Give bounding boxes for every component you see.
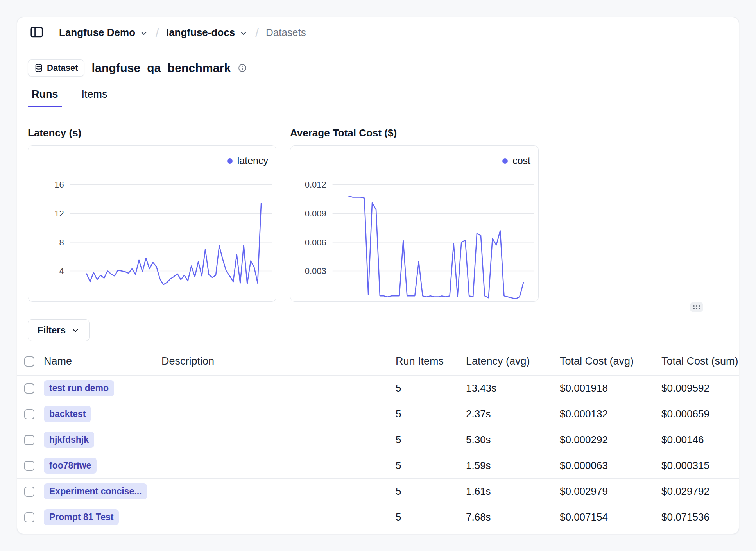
svg-text:0.009: 0.009 (305, 209, 326, 218)
total-cost-avg-cell: $0.001918 (557, 376, 658, 401)
run-items-cell (392, 530, 463, 534)
run-items-cell: 5 (392, 504, 463, 530)
table-row: hjkfdshjk 5 5.30s $0.000292 $0.00146 (17, 427, 739, 453)
total-cost-sum-cell: $0.071536 (658, 504, 739, 530)
chevron-down-icon (239, 29, 248, 38)
table-header-row: Name Description Run Items Latency (avg)… (17, 347, 739, 376)
total-cost-sum-cell: $0.000315 (658, 453, 739, 478)
svg-text:8: 8 (59, 238, 64, 247)
legend-label: latency (237, 155, 268, 166)
run-name-badge[interactable]: hjkfdshjk (44, 432, 94, 448)
table-row: foo78riwe 5 1.59s $0.000063 $0.000315 (17, 453, 739, 479)
row-checkbox[interactable] (24, 409, 34, 419)
svg-text:0.003: 0.003 (305, 266, 326, 276)
drag-handle-icon[interactable] (690, 302, 703, 312)
legend-dot-icon (502, 158, 508, 164)
total-cost-sum-cell: $0.029792 (658, 479, 739, 504)
chart-title: Latency (s) (28, 127, 276, 139)
latency-avg-cell: 13.43s (463, 376, 557, 401)
run-items-cell: 5 (392, 479, 463, 504)
total-cost-avg-cell: $0.000132 (557, 401, 658, 427)
row-checkbox[interactable] (24, 487, 34, 497)
svg-text:16: 16 (54, 180, 64, 190)
page-head: Dataset langfuse_qa_benchmark Runs Items (17, 59, 739, 107)
cost-chart-block: Average Total Cost ($) 0.0030.0060.0090.… (290, 127, 539, 302)
svg-text:0.012: 0.012 (305, 180, 326, 190)
cost-line-plot: 0.0030.0060.0090.012 (290, 146, 538, 301)
info-icon[interactable] (238, 63, 247, 73)
description-cell (158, 376, 392, 401)
select-all-checkbox[interactable] (24, 356, 34, 367)
table-row-partial (17, 530, 739, 534)
breadcrumb-separator: / (156, 25, 159, 40)
row-checkbox[interactable] (24, 435, 34, 445)
breadcrumb-project-label: langfuse-docs (166, 27, 235, 39)
table-row: Experiment concise... 5 1.61s $0.002979 … (17, 479, 739, 504)
filters-row: Filters (17, 319, 739, 341)
run-name-badge[interactable]: Experiment concise... (44, 483, 147, 499)
breadcrumb-org-button[interactable]: Langfuse Demo (59, 27, 149, 39)
total-cost-sum-cell (658, 530, 739, 534)
filters-button-label: Filters (38, 325, 66, 336)
column-header-name: Name (41, 347, 158, 375)
chart-legend: cost (502, 155, 530, 166)
total-cost-avg-cell: $0.000292 (557, 427, 658, 453)
table-row: backtest 5 2.37s $0.000132 $0.000659 (17, 401, 739, 427)
run-name-badge[interactable]: backtest (44, 406, 91, 422)
breadcrumb-project-button[interactable]: langfuse-docs (166, 27, 248, 39)
row-checkbox[interactable] (24, 383, 34, 394)
dataset-type-badge: Dataset (28, 59, 84, 77)
run-items-cell: 5 (392, 427, 463, 453)
latency-avg-cell: 2.37s (463, 401, 557, 427)
run-name-badge[interactable]: test run demo (44, 380, 114, 396)
run-name-badge[interactable]: foo78riwe (44, 458, 97, 474)
description-cell (158, 479, 392, 504)
total-cost-avg-cell: $0.002979 (557, 479, 658, 504)
breadcrumb-datasets-link[interactable]: Datasets (266, 27, 306, 39)
svg-text:12: 12 (54, 209, 64, 218)
description-cell (158, 401, 392, 427)
row-checkbox[interactable] (24, 512, 34, 522)
description-cell (158, 530, 392, 534)
latency-avg-cell: 1.59s (463, 453, 557, 478)
tab-runs[interactable]: Runs (28, 88, 62, 107)
legend-label: cost (512, 155, 530, 166)
legend-dot-icon (227, 158, 233, 164)
run-items-cell: 5 (392, 453, 463, 478)
total-cost-avg-cell: $0.007154 (557, 504, 658, 530)
total-cost-sum-cell: $0.009592 (658, 376, 739, 401)
latency-avg-cell: 7.68s (463, 504, 557, 530)
row-checkbox[interactable] (24, 461, 34, 471)
latency-avg-cell: 1.61s (463, 479, 557, 504)
breadcrumb-org-label: Langfuse Demo (59, 27, 135, 39)
column-header-total-cost-avg: Total Cost (avg) (557, 347, 658, 375)
tab-items[interactable]: Items (78, 88, 111, 107)
latency-avg-cell (463, 530, 557, 534)
chart-legend: latency (227, 155, 268, 166)
breadcrumb: Langfuse Demo / langfuse-docs / Datasets (59, 25, 306, 40)
total-cost-avg-cell (557, 530, 658, 534)
main-card: Langfuse Demo / langfuse-docs / Datasets (17, 17, 739, 534)
column-header-description: Description (158, 347, 392, 375)
runs-table: Name Description Run Items Latency (avg)… (17, 347, 739, 534)
topbar: Langfuse Demo / langfuse-docs / Datasets (17, 17, 739, 48)
table-row: test run demo 5 13.43s $0.001918 $0.0095… (17, 376, 739, 401)
description-cell (158, 504, 392, 530)
run-items-cell: 5 (392, 401, 463, 427)
panel-left-icon (29, 25, 44, 41)
filters-button[interactable]: Filters (28, 319, 90, 341)
breadcrumb-separator: / (255, 25, 259, 40)
svg-text:0.006: 0.006 (305, 238, 326, 247)
cost-chart: 0.0030.0060.0090.012 cost (290, 145, 539, 302)
sidebar-toggle-button[interactable] (28, 24, 46, 42)
run-name-badge[interactable]: Prompt 81 Test (44, 509, 119, 525)
latency-avg-cell: 5.30s (463, 427, 557, 453)
chevron-down-icon (71, 326, 80, 335)
page-title: langfuse_qa_benchmark (91, 61, 231, 75)
svg-text:4: 4 (59, 266, 64, 276)
run-items-cell: 5 (392, 376, 463, 401)
chart-title: Average Total Cost ($) (290, 127, 539, 139)
total-cost-sum-cell: $0.00146 (658, 427, 739, 453)
charts-row: Latency (s) 481216 latency Average Total… (17, 127, 739, 302)
column-header-latency-avg: Latency (avg) (463, 347, 557, 375)
